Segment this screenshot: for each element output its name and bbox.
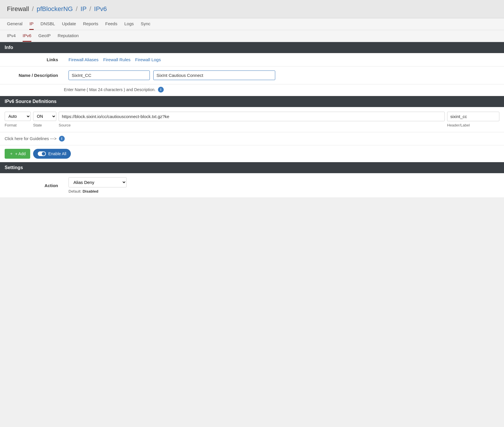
sub-nav-item-ipv4[interactable]: IPv4 — [7, 33, 16, 41]
links-list: Firewall Aliases Firewall Rules Firewall… — [69, 57, 499, 62]
source-row: AutoCIDRASNGeoIP ONOFF — [5, 112, 499, 121]
sub-navigation: IPv4IPv6GeoIPReputation — [0, 30, 504, 42]
action-row: Action Alias DenyDeny BothDeny InboundDe… — [0, 173, 504, 198]
name-help-text: Enter Name ( Max 24 characters ) and Des… — [0, 84, 504, 96]
breadcrumb-ip[interactable]: IP — [80, 5, 86, 12]
action-select[interactable]: Alias DenyDeny BothDeny InboundDeny Outb… — [69, 177, 127, 187]
page-header: Firewall / pfBlockerNG / IP / IPv6 — [0, 0, 504, 18]
links-value: Firewall Aliases Firewall Rules Firewall… — [64, 53, 504, 66]
name-info-icon[interactable]: i — [158, 87, 164, 93]
name-description-value — [64, 66, 504, 84]
main-nav-item-logs[interactable]: Logs — [124, 21, 134, 29]
name-description-label: Name / Description — [0, 66, 64, 84]
state-label: State — [33, 123, 42, 127]
plus-icon: ＋ — [9, 151, 13, 156]
source-input[interactable] — [59, 112, 445, 121]
breadcrumb-sep3: / — [89, 5, 91, 12]
guidelines-info-icon[interactable]: i — [59, 136, 65, 142]
breadcrumb-sep1: / — [32, 5, 34, 12]
guidelines-row: Click here for Guidelines ---> i — [0, 132, 504, 145]
breadcrumb-firewall: Firewall — [7, 5, 29, 12]
main-content: Info Links Firewall Aliases Firewall Rul… — [0, 42, 504, 198]
format-select[interactable]: AutoCIDRASNGeoIP — [5, 112, 31, 121]
main-nav-item-dnsbl[interactable]: DNSBL — [41, 21, 55, 29]
breadcrumb: Firewall / pfBlockerNG / IP / IPv6 — [7, 5, 497, 13]
firewall-rules-link[interactable]: Firewall Rules — [103, 57, 130, 62]
source-definitions-content: AutoCIDRASNGeoIP ONOFF Format State Sour… — [0, 107, 504, 132]
name-description-row: Name / Description — [0, 66, 504, 84]
main-nav-item-feeds[interactable]: Feeds — [105, 21, 118, 29]
settings-section-header: Settings — [0, 162, 504, 173]
links-row: Links Firewall Aliases Firewall Rules Fi… — [0, 53, 504, 66]
main-nav-item-update[interactable]: Update — [62, 21, 76, 29]
main-nav-item-general[interactable]: General — [7, 21, 22, 29]
field-labels: Format State Source Header/Label — [5, 122, 499, 127]
action-value: Alias DenyDeny BothDeny InboundDeny Outb… — [64, 173, 504, 198]
source-label: Source — [59, 123, 71, 127]
info-section-header: Info — [0, 42, 504, 53]
toggle-icon — [38, 151, 46, 156]
settings-form-table: Action Alias DenyDeny BothDeny InboundDe… — [0, 173, 504, 198]
guidelines-text: Click here for Guidelines ---> — [5, 136, 57, 141]
format-label: Format — [5, 123, 17, 127]
links-label: Links — [0, 53, 64, 66]
add-button[interactable]: ＋ + Add — [5, 149, 30, 159]
description-input[interactable] — [153, 70, 275, 80]
action-label: Action — [0, 173, 64, 198]
info-form-table: Links Firewall Aliases Firewall Rules Fi… — [0, 53, 504, 84]
breadcrumb-sep2: / — [76, 5, 78, 12]
name-input[interactable] — [69, 70, 150, 80]
ipv6-source-section-header: IPv6 Source Definitions — [0, 96, 504, 107]
main-nav-item-reports[interactable]: Reports — [83, 21, 98, 29]
enable-all-label: Enable All — [48, 151, 66, 156]
header-input[interactable] — [447, 112, 499, 121]
add-button-label: + Add — [15, 151, 26, 156]
main-nav-item-ip[interactable]: IP — [29, 21, 33, 30]
add-enable-buttons-row: ＋ + Add Enable All — [0, 145, 504, 162]
sub-nav-item-geoip[interactable]: GeoIP — [38, 33, 51, 41]
sub-nav-item-ipv6[interactable]: IPv6 — [23, 33, 31, 42]
firewall-logs-link[interactable]: Firewall Logs — [135, 57, 161, 62]
breadcrumb-ipv6[interactable]: IPv6 — [94, 5, 107, 12]
enable-all-button[interactable]: Enable All — [33, 149, 71, 159]
state-select[interactable]: ONOFF — [33, 112, 56, 121]
default-text: Default: Disabled — [69, 189, 499, 193]
main-nav-item-sync[interactable]: Sync — [141, 21, 150, 29]
header-label: Header/Label — [447, 123, 470, 127]
sub-nav-item-reputation[interactable]: Reputation — [58, 33, 79, 41]
default-value: Disabled — [82, 189, 98, 193]
main-navigation: GeneralIPDNSBLUpdateReportsFeedsLogsSync — [0, 18, 504, 30]
breadcrumb-pfblockerng[interactable]: pfBlockerNG — [37, 5, 73, 12]
firewall-aliases-link[interactable]: Firewall Aliases — [69, 57, 98, 62]
